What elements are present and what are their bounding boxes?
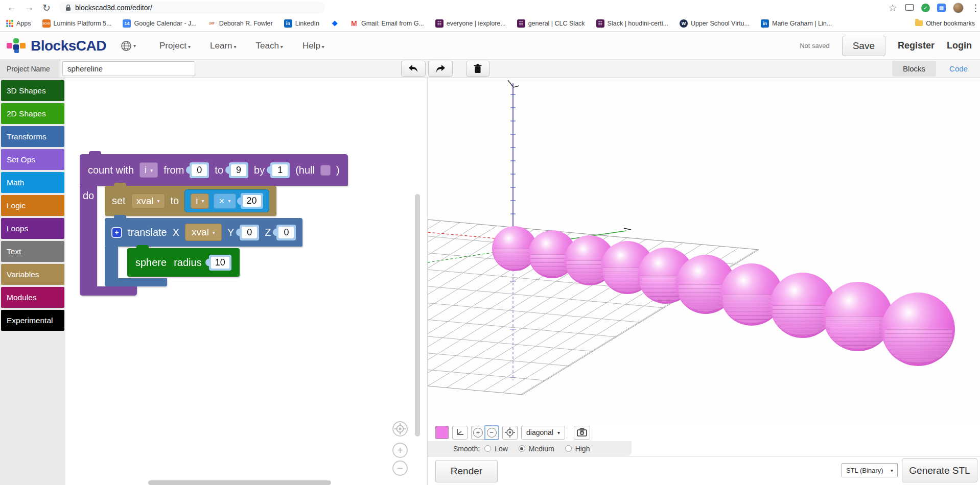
sidebar-item-modules[interactable]: Modules (1, 287, 64, 308)
sidebar-item-2d-shapes[interactable]: 2D Shapes (1, 103, 64, 124)
extension-icon[interactable]: ▩ (937, 4, 946, 12)
zoom-out-button[interactable]: − (485, 426, 499, 440)
mutator-plus-button[interactable]: + (111, 227, 122, 238)
bookmark-label: Google Calendar - J... (134, 20, 196, 27)
smooth-option-label[interactable]: Low (495, 445, 508, 453)
workspace-zoom-out-button[interactable]: − (392, 460, 408, 476)
view-reset-button[interactable] (502, 426, 518, 440)
loop-variable-dropdown[interactable]: i▾ (139, 162, 158, 178)
bookmark-item[interactable]: inMarie Graham | Lin... (761, 19, 832, 28)
sidebar-item-experimental[interactable]: Experimental (1, 310, 64, 331)
bookmark-item[interactable]: ❖ (331, 19, 339, 28)
language-globe-icon[interactable] (121, 40, 132, 52)
axes-toggle-button[interactable] (452, 426, 468, 440)
address-bar[interactable]: blockscad3d.com/editor/ (59, 2, 325, 14)
smooth-option-label[interactable]: Medium (529, 445, 554, 453)
tab-code[interactable]: Code (943, 61, 974, 77)
sphere-radius-value[interactable]: 10 (211, 257, 229, 269)
zoom-in-button[interactable]: + (471, 426, 485, 440)
bookmark-star-icon[interactable]: ☆ (888, 2, 898, 14)
hull-checkbox-slot[interactable] (320, 165, 331, 176)
model-color-swatch[interactable] (435, 426, 449, 439)
translate-x-variable-dropdown[interactable]: xval▾ (185, 224, 222, 241)
chevron-down-icon: ▾ (157, 198, 159, 204)
blockscad-logo-icon (6, 37, 27, 55)
sidebar-item-loops[interactable]: Loops (1, 218, 64, 239)
generate-stl-button[interactable]: Generate STL (902, 458, 977, 482)
loop-by-value[interactable]: 1 (272, 164, 288, 176)
login-link[interactable]: Login (947, 40, 972, 51)
profile-avatar[interactable] (953, 3, 964, 13)
sidebar-item-3d-shapes[interactable]: 3D Shapes (1, 80, 64, 101)
forward-icon[interactable]: → (20, 2, 38, 13)
sidebar-item-set-ops[interactable]: Set Ops (1, 149, 64, 170)
bookmark-item[interactable]: MGmail: Email from G... (350, 19, 424, 28)
blockscad-logo[interactable]: BlocksCAD (6, 37, 106, 55)
bookmark-item[interactable]: ☷general | CLC Slack (517, 19, 585, 28)
set-variable-block[interactable]: set xval▾ to i▾ ×▾ (105, 186, 276, 216)
math-operand-socket: 20 (241, 193, 263, 209)
loop-from-value[interactable]: 0 (192, 164, 207, 176)
sidebar-item-variables[interactable]: Variables (1, 264, 64, 285)
set-variable-dropdown[interactable]: xval▾ (131, 193, 165, 209)
bookmark-item[interactable]: WUpper School Virtu... (680, 19, 750, 28)
sidebar-item-transforms[interactable]: Transforms (1, 126, 64, 147)
delete-all-button[interactable] (466, 61, 489, 77)
viewport-toolbar: + − diagonal ▾ (428, 424, 980, 441)
blockly-workspace[interactable]: count with i▾ from 0 to 9 by 1 (hull ) (65, 78, 427, 485)
back-icon[interactable]: ← (3, 2, 20, 13)
math-operator-dropdown[interactable]: ×▾ (214, 193, 236, 209)
project-name-input[interactable] (62, 61, 195, 76)
view-angle-dropdown[interactable]: diagonal ▾ (521, 426, 565, 440)
count-loop-block[interactable]: count with i▾ from 0 to 9 by 1 (hull ) (80, 154, 348, 296)
set-label: set (112, 195, 126, 207)
sphere-block[interactable]: sphere radius 10 (127, 248, 240, 277)
translate-z-value[interactable]: 0 (278, 227, 294, 238)
multiply-block[interactable]: i▾ ×▾ 20 (184, 189, 269, 212)
stl-format-select[interactable]: STL (Binary) ▾ (842, 463, 898, 477)
render-button[interactable]: Render (435, 460, 498, 482)
tab-blocks[interactable]: Blocks (892, 61, 936, 77)
bookmark-favicon: ☷ (435, 19, 444, 28)
workspace-vertical-scrollbar[interactable] (415, 194, 420, 436)
undo-button[interactable] (401, 61, 426, 77)
bookmark-item[interactable]: 14Google Calendar - J... (123, 19, 196, 28)
register-link[interactable]: Register (898, 40, 935, 51)
extension-check-icon[interactable]: ✓ (921, 4, 930, 12)
cast-icon[interactable] (905, 4, 914, 11)
math-operand-value[interactable]: 20 (243, 195, 261, 207)
sidebar-item-text[interactable]: Text (1, 241, 64, 262)
apps-shortcut[interactable]: Apps (6, 20, 31, 27)
math-variable-dropdown[interactable]: i▾ (191, 193, 209, 209)
screenshot-button[interactable] (574, 426, 590, 440)
save-button[interactable]: Save (842, 36, 885, 56)
menu-learn[interactable]: Learn▾ (210, 41, 237, 51)
render-viewport[interactable] (428, 78, 980, 424)
bookmark-item[interactable]: ☷Slack | houdini-certi... (596, 19, 668, 28)
bookmark-item[interactable]: ☷everyone | iexplore... (435, 19, 506, 28)
workspace-horizontal-scrollbar[interactable] (148, 480, 331, 485)
smooth-radio-medium[interactable] (519, 445, 525, 452)
other-bookmarks[interactable]: Other bookmarks (915, 20, 975, 27)
translate-z-label: Z (265, 227, 271, 238)
bookmark-item[interactable]: inLinkedIn (284, 19, 319, 28)
browser-menu-icon[interactable]: ⋮ (971, 2, 978, 14)
workspace-zoom-in-button[interactable]: + (392, 443, 408, 458)
translate-block[interactable]: + translate X xval▾ Y 0 Z (105, 218, 302, 286)
loop-to-value[interactable]: 9 (231, 164, 246, 176)
bookmark-item[interactable]: SCADLuminis Platform 5... (42, 19, 112, 28)
menu-help[interactable]: Help▾ (302, 41, 324, 51)
menu-project[interactable]: Project▾ (159, 41, 191, 51)
refresh-icon[interactable]: ↻ (38, 2, 55, 14)
menu-teach[interactable]: Teach▾ (255, 41, 283, 51)
sidebar-item-math[interactable]: Math (1, 172, 64, 193)
bookmark-item[interactable]: DRFDeborah R. Fowler (208, 19, 273, 28)
smooth-option-label[interactable]: High (575, 445, 590, 453)
smooth-radio-high[interactable] (565, 445, 572, 452)
smooth-radio-low[interactable] (484, 445, 491, 452)
workspace-center-button[interactable] (392, 421, 408, 436)
redo-button[interactable] (428, 61, 453, 77)
loop-to-socket: 9 (229, 162, 248, 178)
translate-y-value[interactable]: 0 (242, 227, 257, 238)
sidebar-item-logic[interactable]: Logic (1, 195, 64, 216)
